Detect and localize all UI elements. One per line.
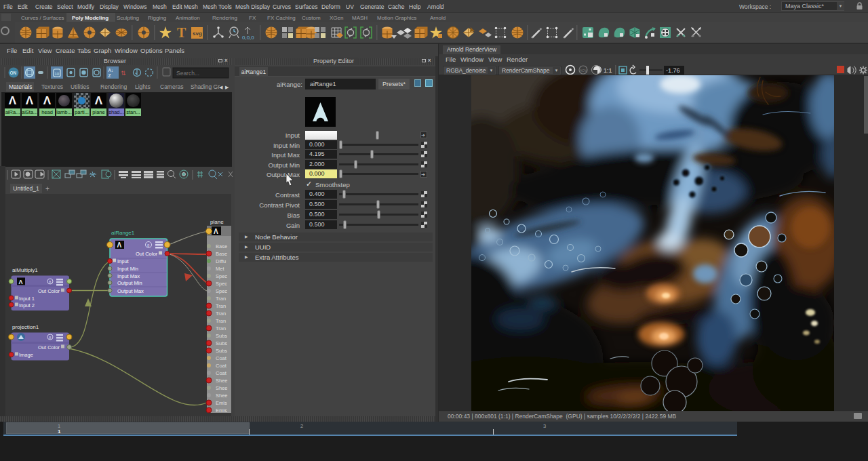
svg-text:Tran: Tran xyxy=(216,296,226,302)
svg-text:Out Color: Out Color xyxy=(38,288,60,294)
svg-text:-1.76: -1.76 xyxy=(666,67,680,74)
svg-text:Λ: Λ xyxy=(214,228,218,235)
svg-text:Input 2: Input 2 xyxy=(19,302,35,308)
svg-text:Out Color: Out Color xyxy=(136,251,158,257)
svg-text:Textures: Textures xyxy=(41,83,63,90)
svg-text:Output Max: Output Max xyxy=(117,288,144,294)
svg-text:Lights: Lights xyxy=(135,83,151,90)
svg-text:0,0,0: 0,0,0 xyxy=(242,35,254,41)
svg-text:Tran: Tran xyxy=(216,318,226,324)
svg-text:AOV: AOV xyxy=(580,68,587,73)
svg-text:Coat: Coat xyxy=(216,370,227,376)
svg-text:Λ: Λ xyxy=(117,241,122,249)
svg-text:Out Color: Out Color xyxy=(38,344,60,350)
svg-text:Image: Image xyxy=(19,352,33,358)
svg-text:Utilities: Utilities xyxy=(71,83,89,90)
svg-text:Spec: Spec xyxy=(216,288,227,294)
svg-text:ON: ON xyxy=(10,71,17,75)
svg-text:Met: Met xyxy=(216,266,224,272)
svg-text:Λ: Λ xyxy=(19,279,23,285)
svg-text:Coat: Coat xyxy=(216,355,227,361)
svg-text:Emis: Emis xyxy=(216,400,227,406)
svg-text:Input Max: Input Max xyxy=(117,273,140,279)
svg-text:Tran: Tran xyxy=(216,303,226,309)
svg-text:Diffu: Diffu xyxy=(216,258,226,264)
svg-text:⇅: ⇅ xyxy=(121,70,126,77)
svg-text:Input Min: Input Min xyxy=(117,266,138,272)
svg-text:Base: Base xyxy=(216,243,227,249)
svg-text:plane: plane xyxy=(210,219,224,225)
svg-text:Tran: Tran xyxy=(216,325,226,332)
svg-text:10: 10 xyxy=(55,72,60,76)
svg-text:◀: ◀ xyxy=(219,85,223,89)
svg-text:Tran: Tran xyxy=(216,310,226,317)
svg-text:Shee: Shee xyxy=(216,393,228,399)
svg-text:Z: Z xyxy=(108,73,111,78)
svg-text:Cameras: Cameras xyxy=(160,83,183,90)
svg-text:Search...: Search... xyxy=(176,70,199,77)
svg-text:Input 1: Input 1 xyxy=(19,296,35,302)
svg-text:Spec: Spec xyxy=(216,273,227,279)
svg-text:T: T xyxy=(177,25,186,40)
svg-text:svg: svg xyxy=(193,31,202,37)
svg-text:Subs: Subs xyxy=(216,333,227,339)
svg-text:Materials: Materials xyxy=(9,83,32,90)
svg-text:Subs: Subs xyxy=(216,340,227,346)
svg-text:Rendering: Rendering xyxy=(100,83,127,90)
svg-text:Shee: Shee xyxy=(216,378,228,384)
svg-text:aiRange1: aiRange1 xyxy=(111,230,135,236)
svg-text:Shading Gr: Shading Gr xyxy=(191,83,220,90)
svg-text:aiMultiply1: aiMultiply1 xyxy=(12,267,38,273)
svg-text:A↓: A↓ xyxy=(108,68,114,73)
svg-text:▶: ▶ xyxy=(225,85,229,89)
svg-text:Coat: Coat xyxy=(216,363,227,369)
svg-text:Base: Base xyxy=(216,251,227,257)
svg-text:Spec: Spec xyxy=(216,281,227,287)
svg-text:Emis: Emis xyxy=(216,407,227,414)
svg-text:projection1: projection1 xyxy=(12,324,39,330)
svg-text:Shee: Shee xyxy=(216,385,228,391)
svg-text:1:1: 1:1 xyxy=(604,67,612,74)
svg-text:Input: Input xyxy=(117,258,130,264)
svg-text:Subs: Subs xyxy=(216,348,227,354)
svg-text:Output Min: Output Min xyxy=(117,280,142,286)
